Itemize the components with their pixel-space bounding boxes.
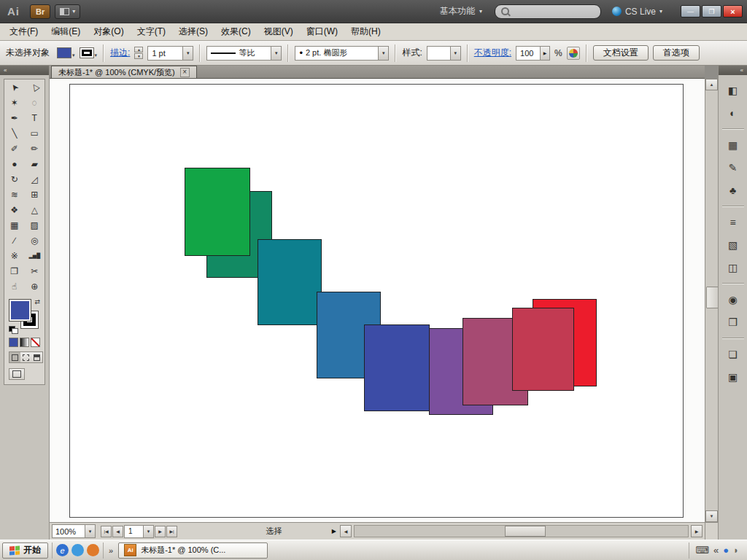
menu-view[interactable]: 视图(V) xyxy=(258,23,300,41)
tool-pencil[interactable]: ✏ xyxy=(25,141,45,156)
vertical-scrollbar[interactable]: ▲ ▼ xyxy=(705,79,718,522)
scroll-down-button[interactable]: ▼ xyxy=(705,510,718,522)
arrange-documents-button[interactable]: ▾ xyxy=(55,4,80,19)
tool-free-transform[interactable]: ⊞ xyxy=(25,187,45,202)
tool-shape-builder[interactable]: ❖ xyxy=(4,202,25,217)
panel-icon-swatches[interactable]: ▦ xyxy=(722,136,743,155)
horizontal-scrollbar[interactable] xyxy=(354,525,689,537)
tool-line-segment[interactable]: ╲ xyxy=(4,125,25,141)
minimize-button[interactable]: — xyxy=(681,5,700,18)
tool-scale[interactable]: ◿ xyxy=(25,171,45,187)
canvas-rect-green[interactable] xyxy=(185,168,250,256)
recolor-artwork-button[interactable] xyxy=(567,47,580,60)
swap-fill-stroke-icon[interactable]: ⇄ xyxy=(34,298,40,306)
menu-effect[interactable]: 效果(C) xyxy=(214,23,258,41)
tray-language-bar-icon[interactable]: ⌨ xyxy=(695,545,709,555)
collapse-right-dock-button[interactable]: « xyxy=(719,66,747,75)
workspace-switcher[interactable]: 基本功能 ▾ xyxy=(432,4,490,19)
horizontal-scrollbar-thumb[interactable] xyxy=(505,526,546,537)
fill-color-box[interactable] xyxy=(9,300,31,321)
tool-rotate[interactable]: ↻ xyxy=(4,171,25,187)
chevron-down-icon[interactable]: ▾ xyxy=(271,47,281,60)
gradient-button[interactable] xyxy=(20,338,29,347)
panel-icon-brushes[interactable]: ✎ xyxy=(722,158,743,177)
tray-network-icon[interactable]: ● xyxy=(723,545,729,555)
menu-file[interactable]: 文件(F) xyxy=(3,23,44,41)
scroll-right-button[interactable]: ▶ xyxy=(691,525,703,537)
status-display[interactable]: 选择 ▶ xyxy=(210,525,338,538)
stroke-panel-link[interactable]: 描边: xyxy=(110,47,130,59)
draw-normal-button[interactable] xyxy=(9,352,20,362)
close-button[interactable]: × xyxy=(723,5,743,18)
menu-edit[interactable]: 编辑(E) xyxy=(44,23,87,41)
vertical-scrollbar-thumb[interactable] xyxy=(706,287,719,308)
panel-icon-color[interactable]: ◧ xyxy=(722,81,743,100)
next-artboard-button[interactable]: ▶ xyxy=(155,526,166,537)
screen-mode-button[interactable] xyxy=(9,368,25,380)
tool-paintbrush[interactable]: ✐ xyxy=(4,141,25,156)
stroke-width-combo[interactable]: 1 pt ▾ xyxy=(147,46,193,61)
stroke-color-control[interactable]: ▾ xyxy=(80,47,98,58)
tool-blob-brush[interactable]: ● xyxy=(4,156,25,171)
tool-type[interactable]: T xyxy=(25,110,45,125)
menu-help[interactable]: 帮助(H) xyxy=(344,23,387,41)
fill-color-control[interactable]: ▾ xyxy=(57,47,75,58)
panel-icon-color-guide[interactable]: ◐ xyxy=(722,104,743,122)
style-combo[interactable]: ▾ xyxy=(427,46,461,61)
document-setup-button[interactable]: 文档设置 xyxy=(593,45,649,61)
tool-perspective-grid[interactable]: △ xyxy=(25,202,45,217)
panel-icon-transparency[interactable]: ◫ xyxy=(722,258,743,277)
start-button[interactable]: 开始 xyxy=(2,542,48,559)
default-colors-icon[interactable] xyxy=(9,326,18,333)
canvas-rect-royalblue[interactable] xyxy=(364,324,430,411)
opacity-spinner-icon[interactable]: ▶ xyxy=(540,47,549,60)
tool-selection[interactable]: ➤ xyxy=(4,79,25,95)
quick-launch-overflow-icon[interactable]: » xyxy=(107,546,115,555)
restore-button[interactable]: ❐ xyxy=(702,5,721,18)
canvas-rect-crimson[interactable] xyxy=(512,308,574,391)
tool-gradient[interactable]: ▨ xyxy=(25,217,45,233)
search-input[interactable] xyxy=(513,7,581,17)
tool-eraser[interactable]: ▰ xyxy=(25,156,45,171)
stroke-width-down-button[interactable]: ▼ xyxy=(134,53,143,59)
cs-live-button[interactable]: CS Live ▾ xyxy=(605,4,669,19)
tool-blend[interactable]: ◎ xyxy=(25,233,45,248)
quicklaunch-internet-explorer-icon[interactable]: e xyxy=(56,544,69,556)
quicklaunch-browser-icon[interactable] xyxy=(87,544,99,556)
draw-inside-button[interactable] xyxy=(31,352,42,362)
tool-eyedropper[interactable]: ∕ xyxy=(4,233,25,248)
chevron-down-icon[interactable]: ▾ xyxy=(85,525,95,537)
bridge-button[interactable]: Br xyxy=(30,4,50,19)
collapse-left-dock-button[interactable]: « xyxy=(0,66,49,75)
tool-slice[interactable]: ✂ xyxy=(25,263,45,279)
panel-icon-symbols[interactable]: ♣ xyxy=(722,181,743,200)
tool-rectangle[interactable]: ▭ xyxy=(25,125,45,141)
none-button[interactable] xyxy=(31,338,40,347)
menu-object[interactable]: 对象(O) xyxy=(87,23,130,41)
stroke-color-swatch[interactable] xyxy=(80,47,94,58)
panel-icon-gradient[interactable]: ▧ xyxy=(722,236,743,254)
draw-behind-button[interactable] xyxy=(20,352,31,362)
last-artboard-button[interactable]: ▶| xyxy=(166,526,177,537)
quicklaunch-messenger-icon[interactable] xyxy=(71,544,84,556)
panel-icon-artboards[interactable]: ▣ xyxy=(722,368,743,386)
tab-close-icon[interactable]: × xyxy=(180,68,190,77)
color-button[interactable] xyxy=(9,338,18,347)
tool-magic-wand[interactable]: ✶ xyxy=(4,95,25,110)
opacity-panel-link[interactable]: 不透明度: xyxy=(474,47,511,59)
panel-icon-appearance[interactable]: ◉ xyxy=(722,290,743,309)
canvas-viewport[interactable] xyxy=(50,79,705,522)
tool-zoom[interactable]: ⊕ xyxy=(25,279,45,294)
taskbar-document-button[interactable]: Ai 未标题-1* @ 100% (C... xyxy=(118,542,268,559)
tool-direct-selection[interactable]: ▷ xyxy=(25,79,45,95)
canvas-rect-teal[interactable] xyxy=(258,239,322,325)
first-artboard-button[interactable]: |◀ xyxy=(101,526,112,537)
tool-symbol-sprayer[interactable]: ※ xyxy=(4,248,25,263)
menu-select[interactable]: 选择(S) xyxy=(172,23,214,41)
prev-artboard-button[interactable]: ◀ xyxy=(112,526,123,537)
tool-hand[interactable]: ☝ xyxy=(4,279,25,294)
brush-definition-combo[interactable]: • 2 pt. 椭圆形 ▾ xyxy=(295,46,389,61)
chevron-down-icon[interactable]: ▾ xyxy=(143,526,153,537)
artboard-number-combo[interactable]: 1 ▾ xyxy=(124,525,154,538)
tool-lasso[interactable]: ◌ xyxy=(25,95,45,110)
